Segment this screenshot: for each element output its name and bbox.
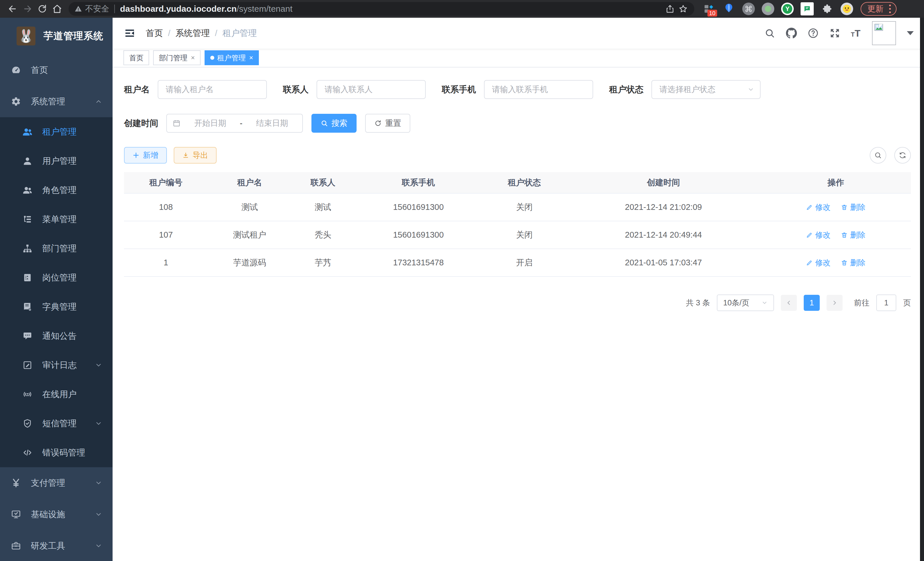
- date-range-picker[interactable]: 开始日期 - 结束日期: [166, 114, 303, 133]
- prev-page-button[interactable]: [781, 295, 797, 311]
- tab-label: 部门管理: [159, 53, 188, 63]
- sidebar-item-label: 短信管理: [42, 418, 76, 429]
- caret-down-icon[interactable]: [907, 31, 914, 35]
- trash-icon: [841, 259, 848, 266]
- export-button[interactable]: 导出: [174, 147, 217, 164]
- col-tenant-name: 租户名: [208, 172, 291, 193]
- extension-command-icon[interactable]: [742, 3, 755, 15]
- browser-forward-icon[interactable]: [20, 2, 35, 16]
- shield-icon: [21, 418, 34, 429]
- tenant-name-input[interactable]: [166, 85, 259, 94]
- extension-record-icon[interactable]: [762, 3, 774, 15]
- status-select-input[interactable]: [659, 85, 753, 94]
- next-page-button[interactable]: [826, 295, 843, 311]
- share-icon[interactable]: [663, 2, 676, 15]
- profile-avatar-icon[interactable]: [841, 3, 853, 15]
- breadcrumb-home[interactable]: 首页: [146, 27, 163, 39]
- sidebar-item-error-code[interactable]: 错误码管理: [0, 438, 112, 467]
- start-date-placeholder[interactable]: 开始日期: [186, 118, 235, 129]
- page-content: 租户名 联系人 联系手机: [112, 68, 924, 561]
- browser-home-icon[interactable]: [50, 2, 64, 16]
- table-row: 1 芋道源码 芋艿 17321315478 开启 2021-01-05 17:0…: [124, 249, 911, 277]
- security-status[interactable]: 不安全: [74, 3, 109, 14]
- url-bar[interactable]: 不安全 dashboard.yudao.iocoder.cn/system/te…: [69, 2, 694, 16]
- sidebar-item-audit-log[interactable]: 审计日志: [0, 350, 112, 380]
- font-size-icon[interactable]: TT: [850, 27, 863, 39]
- extensions-puzzle-icon[interactable]: [820, 2, 834, 15]
- cell-contact: 测试: [291, 193, 354, 221]
- cell-created: 2021-01-05 17:03:47: [566, 249, 761, 277]
- sidebar-item-role[interactable]: 角色管理: [0, 176, 112, 205]
- tab-label: 首页: [129, 53, 143, 63]
- sidebar-item-post[interactable]: 岗位管理: [0, 263, 112, 292]
- chevron-down-icon: [95, 542, 102, 550]
- chevron-down-icon: [95, 479, 102, 487]
- sidebar-item-dict[interactable]: 字典管理: [0, 292, 112, 321]
- cell-status: 关闭: [483, 221, 566, 249]
- extension-y-icon[interactable]: Y: [781, 3, 794, 15]
- sidebar-logo[interactable]: 🐰 芋道管理系统: [0, 18, 112, 54]
- delete-row-button[interactable]: 删除: [841, 202, 866, 212]
- tab-dept[interactable]: 部门管理 ×: [153, 50, 201, 65]
- sidebar-fold-icon[interactable]: [123, 26, 136, 40]
- github-icon[interactable]: [785, 27, 798, 39]
- add-button[interactable]: 新增: [124, 147, 167, 164]
- browser-update-button[interactable]: 更新: [861, 2, 897, 16]
- sidebar-item-system[interactable]: 系统管理: [0, 86, 112, 117]
- extension-chat-icon[interactable]: [801, 2, 814, 15]
- reset-button[interactable]: 重置: [365, 114, 410, 133]
- delete-row-button[interactable]: 删除: [841, 258, 866, 268]
- cell-created: 2021-12-14 21:02:09: [566, 193, 761, 221]
- sidebar-item-online-users[interactable]: 在线用户: [0, 380, 112, 409]
- org-chart-icon: [21, 243, 34, 254]
- close-icon[interactable]: ×: [249, 54, 253, 62]
- sidebar-item-dept[interactable]: 部门管理: [0, 234, 112, 263]
- sidebar-item-notice[interactable]: 通知公告: [0, 321, 112, 350]
- sidebar-item-sms[interactable]: 短信管理: [0, 409, 112, 438]
- edit-icon: [806, 232, 813, 238]
- chevron-left-icon: [785, 299, 792, 306]
- goto-page-input[interactable]: [876, 295, 896, 311]
- sidebar-item-infra[interactable]: 基础设施: [0, 499, 112, 530]
- gear-icon: [10, 96, 22, 107]
- filter-create-time: 创建时间 开始日期 - 结束日期: [124, 114, 303, 133]
- edit-row-button[interactable]: 修改: [806, 202, 831, 212]
- search-icon: [874, 151, 882, 159]
- sidebar-item-tenant[interactable]: 租户管理: [0, 117, 112, 146]
- sidebar-item-home[interactable]: 首页: [0, 54, 112, 86]
- end-date-placeholder[interactable]: 结束日期: [248, 118, 297, 129]
- toggle-search-button[interactable]: [870, 147, 886, 164]
- fullscreen-icon[interactable]: [829, 27, 841, 39]
- extension-tabs-icon[interactable]: 10: [702, 2, 716, 15]
- browser-menu-icon[interactable]: [887, 5, 893, 13]
- header-search-icon[interactable]: [764, 27, 776, 39]
- browser-back-icon[interactable]: [5, 2, 20, 16]
- search-button[interactable]: 搜索: [311, 114, 357, 133]
- refresh-table-button[interactable]: [894, 147, 911, 164]
- sidebar-item-menu[interactable]: 菜单管理: [0, 205, 112, 234]
- delete-row-button[interactable]: 删除: [841, 230, 866, 240]
- edit-row-button[interactable]: 修改: [806, 230, 831, 240]
- bookmark-star-icon[interactable]: [676, 2, 690, 15]
- cell-id: 107: [124, 221, 208, 249]
- update-label: 更新: [867, 3, 884, 14]
- page-number-1[interactable]: 1: [804, 295, 820, 311]
- edit-row-button[interactable]: 修改: [806, 258, 831, 268]
- tab-tenant[interactable]: 租户管理 ×: [205, 50, 259, 65]
- user-avatar[interactable]: [872, 21, 896, 45]
- status-select[interactable]: [651, 80, 760, 99]
- contact-input[interactable]: [325, 85, 418, 94]
- sidebar-item-dev-tools[interactable]: 研发工具: [0, 530, 112, 561]
- col-contact: 联系人: [291, 172, 354, 193]
- close-icon[interactable]: ×: [191, 54, 195, 62]
- browser-reload-icon[interactable]: [35, 2, 50, 16]
- sidebar-item-pay[interactable]: 支付管理: [0, 467, 112, 499]
- logo-image: 🐰: [16, 27, 35, 45]
- breadcrumb-system[interactable]: 系统管理: [176, 27, 210, 39]
- mobile-input[interactable]: [492, 85, 585, 94]
- tab-home[interactable]: 首页: [123, 50, 149, 65]
- page-size-select[interactable]: 10条/页: [717, 295, 774, 311]
- help-icon[interactable]: [807, 27, 819, 39]
- sidebar-item-user[interactable]: 用户管理: [0, 146, 112, 176]
- extension-kite-icon[interactable]: [722, 2, 735, 15]
